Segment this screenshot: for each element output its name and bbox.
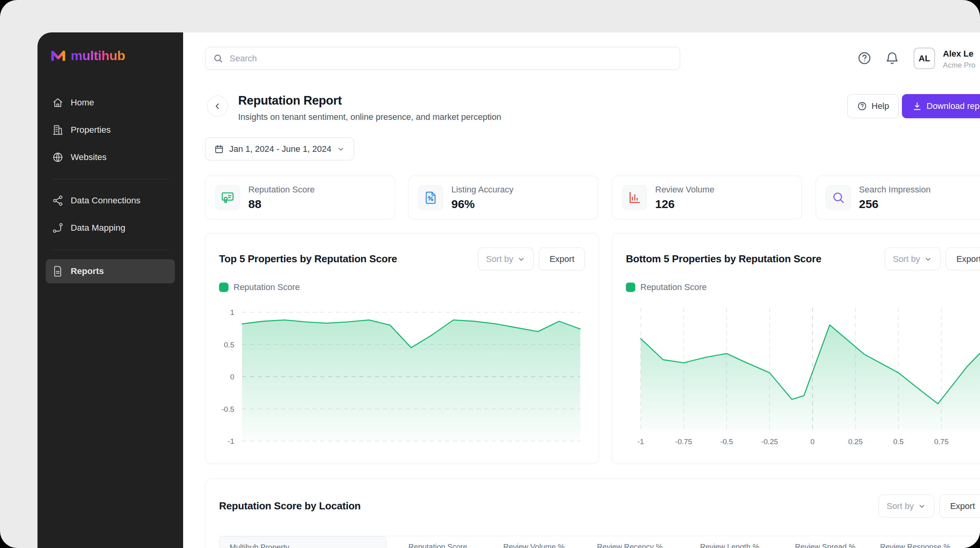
stat-card-review-volume: Review Volume 126 bbox=[612, 176, 802, 219]
help-button-label: Help bbox=[871, 101, 889, 111]
sidebar-item-label: Home bbox=[71, 98, 94, 108]
stat-card-search-impression: Search Impression 256 bbox=[816, 176, 980, 219]
sort-by-label: Sort by bbox=[486, 254, 513, 264]
chart-card-bottom5: Bottom 5 Properties by Reputation Score … bbox=[612, 233, 980, 464]
page-title: Reputation Report bbox=[238, 94, 342, 108]
sidebar-item-reports[interactable]: Reports bbox=[46, 259, 175, 283]
area-chart: 10.50-0.5-1 bbox=[209, 308, 584, 453]
chart-title: Bottom 5 Properties by Reputation Score bbox=[626, 253, 821, 265]
document-percent-icon bbox=[424, 190, 438, 205]
table-header-property: Multihub Property bbox=[219, 536, 387, 548]
help-icon-button[interactable] bbox=[857, 51, 872, 66]
building-icon bbox=[52, 124, 64, 136]
export-label: Export bbox=[950, 501, 975, 511]
search-icon bbox=[213, 53, 223, 64]
calendar-icon bbox=[214, 144, 224, 154]
app-window: multihub Home Properties Websites bbox=[37, 32, 980, 548]
table-header-review-recency: Review Recency % bbox=[597, 543, 663, 548]
card-header: Reputation Score by Location Sort by Exp… bbox=[205, 479, 980, 518]
sidebar-divider bbox=[52, 179, 169, 179]
date-range-label: Jan 1, 2024 - June 1, 2024 bbox=[229, 144, 331, 154]
bar-chart-icon bbox=[627, 190, 641, 205]
stat-icon-box bbox=[826, 185, 851, 210]
svg-text:0.5: 0.5 bbox=[893, 438, 903, 446]
sidebar-divider bbox=[52, 249, 169, 250]
chevron-down-icon bbox=[517, 255, 526, 263]
card-controls: Sort by Export bbox=[885, 247, 980, 270]
search-input[interactable] bbox=[205, 47, 680, 70]
back-button[interactable] bbox=[207, 96, 228, 117]
date-range-picker[interactable]: Jan 1, 2024 - June 1, 2024 bbox=[205, 137, 354, 160]
chart-legend: Reputation Score bbox=[219, 282, 599, 292]
chart-card-top5: Top 5 Properties by Reputation Score Sor… bbox=[205, 233, 599, 464]
sidebar-item-label: Websites bbox=[71, 152, 107, 162]
chevron-down-icon bbox=[918, 502, 926, 511]
stat-label: Reputation Score bbox=[248, 185, 315, 195]
sidebar-item-label: Reports bbox=[71, 266, 104, 276]
sidebar-item-label: Data Connections bbox=[71, 196, 141, 206]
route-map-icon bbox=[52, 222, 64, 234]
svg-text:-1: -1 bbox=[638, 438, 644, 446]
sort-by-button[interactable]: Sort by bbox=[878, 495, 935, 518]
card-header: Bottom 5 Properties by Reputation Score … bbox=[612, 233, 980, 270]
chart-title: Top 5 Properties by Reputation Score bbox=[219, 253, 397, 265]
legend-swatch bbox=[626, 283, 635, 292]
sidebar-item-websites[interactable]: Websites bbox=[46, 145, 175, 169]
sort-by-button[interactable]: Sort by bbox=[478, 247, 534, 270]
download-report-button[interactable]: Download report bbox=[902, 94, 980, 118]
stat-icon-box bbox=[215, 185, 240, 210]
export-button[interactable]: Export bbox=[946, 247, 980, 270]
stat-icon-box bbox=[622, 185, 647, 210]
export-button[interactable]: Export bbox=[939, 495, 980, 518]
download-button-label: Download report bbox=[927, 101, 980, 111]
chevron-down-icon bbox=[924, 255, 932, 263]
chevron-left-icon bbox=[213, 101, 222, 111]
avatar-initials: AL bbox=[919, 53, 930, 64]
sidebar-item-data-connections[interactable]: Data Connections bbox=[46, 189, 175, 213]
sidebar-item-properties[interactable]: Properties bbox=[46, 118, 175, 142]
svg-text:0: 0 bbox=[811, 438, 815, 446]
legend-label: Reputation Score bbox=[640, 282, 707, 292]
help-button[interactable]: Help bbox=[847, 94, 899, 118]
table-header-reputation-score: Reputation Score bbox=[408, 543, 467, 548]
stat-card-reputation-score: Reputation Score 88 bbox=[205, 176, 395, 219]
card-controls: Sort by Export bbox=[478, 247, 585, 270]
main-content: AL Alex Le Acme Pro Reputation Report In… bbox=[183, 32, 980, 548]
table-header-review-response: Review Response % bbox=[880, 543, 950, 548]
stat-value: 256 bbox=[859, 197, 930, 211]
chart-legend: Reputation Score bbox=[626, 282, 980, 292]
stat-text: Search Impression 256 bbox=[859, 185, 930, 211]
avatar[interactable]: AL bbox=[914, 48, 935, 69]
screen: multihub Home Properties Websites bbox=[0, 0, 980, 548]
export-label: Export bbox=[956, 254, 980, 264]
svg-text:-0.5: -0.5 bbox=[221, 405, 234, 413]
stat-icon-box bbox=[418, 185, 443, 210]
svg-text:-0.5: -0.5 bbox=[720, 438, 733, 446]
share-nodes-icon bbox=[52, 195, 64, 206]
sort-by-label: Sort by bbox=[887, 501, 914, 511]
stat-text: Review Volume 126 bbox=[655, 185, 715, 211]
sidebar-item-home[interactable]: Home bbox=[46, 91, 175, 115]
svg-text:0: 0 bbox=[230, 373, 234, 381]
globe-icon bbox=[52, 151, 64, 163]
help-circle-icon bbox=[857, 101, 867, 111]
export-button[interactable]: Export bbox=[539, 247, 585, 270]
sort-by-button[interactable]: Sort by bbox=[885, 247, 941, 270]
legend-swatch bbox=[219, 283, 228, 292]
notifications-bell-icon[interactable] bbox=[885, 51, 900, 66]
card-controls: Sort by Export bbox=[878, 495, 980, 518]
brand-logo[interactable]: multihub bbox=[50, 47, 183, 64]
table-header-review-spread: Review Spread % bbox=[795, 543, 855, 548]
sidebar-item-label: Data Mapping bbox=[71, 223, 125, 233]
sidebar-item-label: Properties bbox=[71, 125, 111, 135]
svg-text:-0.25: -0.25 bbox=[761, 438, 778, 446]
stat-label: Search Impression bbox=[859, 185, 930, 195]
page-subtitle: Insights on tenant sentiment, online pre… bbox=[238, 112, 501, 122]
brand-wordmark: multihub bbox=[71, 48, 125, 63]
sidebar-nav: Home Properties Websites Data bbox=[37, 91, 183, 283]
table-header-review-volume: Review Volume % bbox=[503, 543, 565, 548]
svg-text:1: 1 bbox=[230, 308, 234, 317]
svg-text:-0.75: -0.75 bbox=[675, 438, 692, 446]
sort-by-label: Sort by bbox=[893, 254, 920, 264]
sidebar-item-data-mapping[interactable]: Data Mapping bbox=[46, 216, 175, 240]
